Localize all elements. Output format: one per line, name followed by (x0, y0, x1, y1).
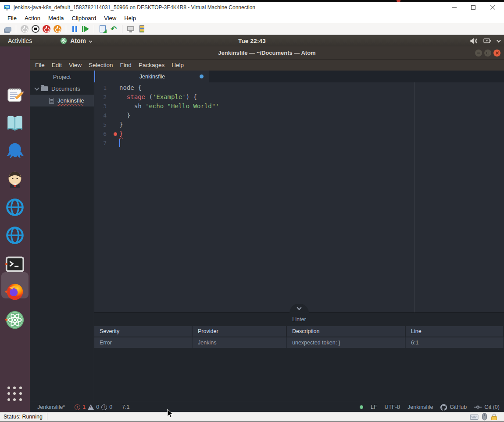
close-button[interactable] (483, 3, 502, 12)
hyperv-menu-action[interactable]: Action (21, 14, 44, 22)
vm-screen: Activities Atom Tue 22:43 (0, 35, 504, 412)
globe-icon (5, 226, 25, 245)
activities-button[interactable]: Activities (0, 37, 39, 44)
turn-off-icon (32, 25, 39, 33)
enhanced-session-button[interactable] (126, 25, 135, 33)
atom-menu-packages[interactable]: Packages (135, 62, 168, 68)
encoding[interactable]: UTF-8 (385, 404, 400, 410)
text-editor[interactable]: 1node {2 stage ('Example') {3 sh 'echo "… (94, 82, 504, 312)
atom-menu-selection[interactable]: Selection (85, 62, 117, 68)
dock-item-web-globe[interactable] (4, 197, 25, 218)
statusbar-filename[interactable]: Jenkinsfile* (37, 404, 65, 410)
resume-icon (82, 26, 89, 32)
system-tray[interactable] (470, 38, 500, 44)
pause-button[interactable] (70, 25, 79, 33)
diagnostics-summary[interactable]: 1 0 0 (75, 404, 112, 410)
hyperv-statusbar: Status: Running (0, 412, 504, 422)
linter-column-description[interactable]: Description (287, 326, 406, 337)
code-line-3[interactable]: 3 sh 'echo "Hello World"' (94, 102, 504, 111)
line-ending[interactable]: LF (371, 404, 377, 410)
linter-rows: ErrorJenkinsunexpected token: }6:1 (94, 337, 504, 348)
atom-menu-view[interactable]: View (65, 62, 85, 68)
info-icon (101, 404, 107, 410)
error-icon (75, 404, 80, 410)
resume-button[interactable] (81, 25, 90, 33)
code-line-2[interactable]: 2 stage ('Example') { (94, 92, 504, 102)
save-state-button[interactable] (53, 25, 62, 33)
maximize-button[interactable] (464, 3, 483, 12)
revert-button[interactable]: ↶ (109, 25, 118, 33)
dock-item-atom[interactable] (4, 309, 25, 330)
save-state-icon (54, 25, 61, 33)
tab-jenkinsfile[interactable]: Jenkinsfile (95, 71, 209, 82)
atom-menu-find[interactable]: Find (117, 62, 135, 68)
power-icon (21, 25, 29, 33)
chevron-down-icon (297, 305, 301, 310)
atom-titlebar[interactable]: Jenkinsfile — ~/Documents — Atom (30, 46, 504, 60)
shut-down-button[interactable] (42, 25, 51, 33)
code-text: } (119, 120, 123, 129)
tree-folder-documents[interactable]: Documents (30, 83, 94, 95)
ctrl-alt-del-button[interactable] (3, 25, 12, 33)
maximize-button[interactable] (484, 50, 491, 57)
atom-app-icon (60, 37, 67, 44)
show-applications-button[interactable] (7, 387, 22, 401)
dock-item-jenkins[interactable] (4, 169, 25, 190)
tree-file-jenkinsfile[interactable]: Jenkinsfile (30, 95, 94, 106)
grammar[interactable]: Jenkinsfile (407, 404, 433, 410)
linter-header-row: SeverityProviderDescriptionLine (94, 326, 504, 337)
hyperv-toolbar: ↶ (0, 23, 504, 35)
dock-item-octopus[interactable] (4, 141, 25, 162)
chevron-down-icon (89, 39, 93, 43)
github-button[interactable]: GitHub (440, 404, 467, 411)
minimize-icon (452, 7, 457, 8)
dock-item-terminal[interactable] (4, 254, 25, 275)
linter-panel: Linter SeverityProviderDescriptionLine E… (94, 312, 504, 402)
cursor-position[interactable]: 7:1 (122, 404, 129, 410)
checkpoint-button[interactable] (98, 25, 107, 33)
minimize-button[interactable] (444, 3, 464, 12)
line-number: 4 (94, 111, 107, 120)
turn-off-button[interactable] (31, 25, 40, 33)
jenkins-icon (6, 170, 24, 189)
code-line-4[interactable]: 4 } (94, 111, 504, 120)
git-button[interactable]: Git (0) (474, 404, 500, 410)
linter-row[interactable]: ErrorJenkinsunexpected token: }6:1 (94, 337, 504, 348)
power-button[interactable] (20, 25, 29, 33)
hyperv-menu-view[interactable]: View (100, 14, 120, 22)
clock[interactable]: Tue 22:43 (238, 38, 266, 44)
modified-indicator-dot[interactable] (200, 74, 204, 78)
minimize-button[interactable] (475, 50, 482, 57)
lock-icon (490, 413, 498, 421)
code-text (119, 138, 120, 148)
dock-item-documentation-book[interactable] (4, 113, 25, 134)
running-indicator (5, 319, 7, 321)
linter-column-provider[interactable]: Provider (193, 326, 287, 337)
globe-icon (5, 198, 25, 217)
code-line-7[interactable]: 7 (94, 138, 504, 148)
code-line-5[interactable]: 5} (94, 120, 504, 129)
app-menu-button[interactable]: Atom (60, 37, 92, 44)
atom-statusbar: Jenkinsfile* 1 0 0 7:1 LF UTF-8 Je (30, 402, 504, 412)
file-cabinet-button[interactable] (137, 25, 146, 33)
atom-menu-edit[interactable]: Edit (48, 62, 65, 68)
hyperv-menu-file[interactable]: File (4, 14, 21, 22)
linter-column-severity[interactable]: Severity (94, 326, 193, 337)
close-button[interactable] (493, 50, 500, 57)
dock-item-web-globe-2[interactable] (4, 225, 25, 246)
hyperv-menu-media[interactable]: Media (44, 14, 68, 22)
atom-menu-file[interactable]: File (32, 62, 48, 68)
hyperv-menu-help[interactable]: Help (120, 14, 140, 22)
dock-item-notes-editor[interactable] (4, 85, 25, 106)
dock-item-firefox[interactable] (4, 281, 25, 302)
line-number: 2 (94, 92, 107, 102)
hyperv-menu-clipboard[interactable]: Clipboard (68, 14, 100, 22)
code-line-1[interactable]: 1node { (94, 83, 504, 92)
info-count: 0 (109, 404, 112, 410)
linter-column-line[interactable]: Line (406, 326, 504, 337)
code-lines: 1node {2 stage ('Example') {3 sh 'echo "… (94, 83, 504, 148)
atom-menu-help[interactable]: Help (168, 62, 187, 68)
code-line-6[interactable]: 6} (94, 129, 504, 138)
toolbar-separator (94, 25, 94, 33)
mouse-icon (482, 413, 487, 421)
